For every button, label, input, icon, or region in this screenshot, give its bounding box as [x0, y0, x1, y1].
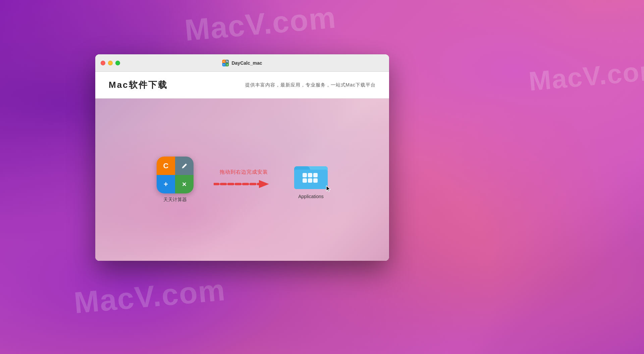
icon-cell-x: ×: [175, 175, 194, 193]
drag-arrow-area: 拖动到右边完成安装: [214, 169, 274, 191]
icon-cell-pencil: [175, 157, 194, 175]
svg-rect-16: [308, 178, 312, 183]
close-button[interactable]: [101, 61, 105, 65]
svg-rect-17: [313, 178, 318, 183]
svg-rect-15: [303, 178, 307, 183]
window-header: Mac软件下载 提供丰富内容，最新应用，专业服务，一站式Mac下载平台: [95, 72, 389, 99]
traffic-lights: [101, 61, 120, 65]
applications-folder-label: Applications: [298, 194, 324, 199]
title-app-icon: C ✎ + ×: [222, 60, 229, 66]
drag-instruction-text: 拖动到右边完成安装: [220, 169, 268, 175]
applications-folder-wrapper[interactable]: Applications: [294, 160, 328, 199]
titlebar: C ✎ + × DayCalc_mac: [95, 54, 389, 72]
drag-cursor-icon: [326, 185, 332, 193]
app-icon: C + ×: [157, 157, 194, 193]
minimize-button[interactable]: [108, 61, 113, 65]
app-name-label: 天天计算器: [163, 197, 187, 203]
svg-rect-12: [303, 173, 307, 177]
icon-cell-c: C: [157, 157, 175, 175]
maximize-button[interactable]: [115, 61, 120, 65]
site-title: Mac软件下载: [109, 79, 168, 91]
drag-arrow-icon: [214, 177, 274, 191]
app-window: C ✎ + × DayCalc_mac Mac软件下载 提供丰富内容，最新应用，…: [95, 54, 389, 261]
svg-text:+: +: [223, 64, 224, 66]
svg-rect-13: [308, 173, 312, 177]
svg-text:×: ×: [226, 64, 228, 66]
app-icon-wrapper[interactable]: C + × 天天计算器: [157, 157, 194, 203]
svg-text:✎: ✎: [226, 60, 228, 63]
window-title-area: C ✎ + × DayCalc_mac: [222, 60, 262, 66]
svg-marker-9: [259, 180, 269, 188]
icon-cell-plus: +: [157, 175, 175, 193]
svg-rect-14: [313, 173, 318, 177]
applications-folder-icon: [294, 160, 328, 190]
dmg-content: C + × 天天计算器 拖动到右边完成安装: [157, 157, 328, 203]
svg-text:C: C: [223, 60, 225, 63]
site-subtitle: 提供丰富内容，最新应用，专业服务，一站式Mac下载平台: [245, 82, 376, 88]
window-title: DayCalc_mac: [231, 60, 262, 66]
dmg-install-area: C + × 天天计算器 拖动到右边完成安装: [95, 99, 389, 261]
